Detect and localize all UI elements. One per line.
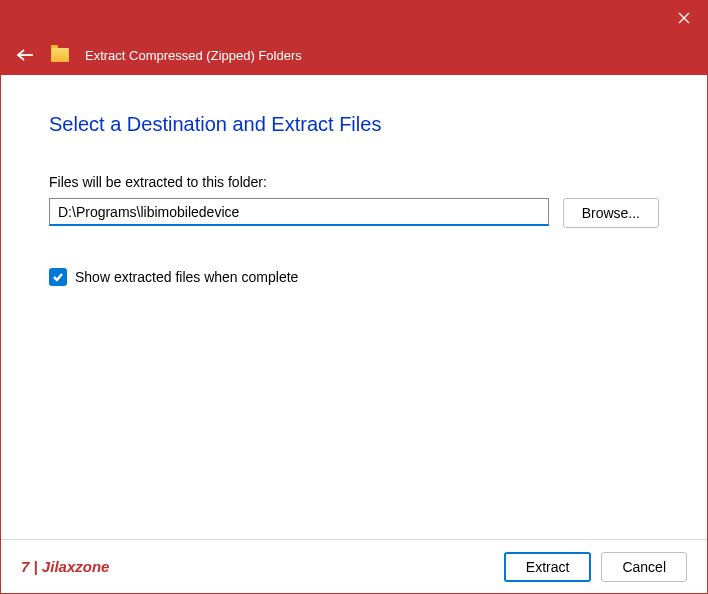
- cancel-button[interactable]: Cancel: [601, 552, 687, 582]
- content-area: Select a Destination and Extract Files F…: [1, 75, 707, 539]
- page-heading: Select a Destination and Extract Files: [49, 113, 659, 136]
- back-button[interactable]: [15, 45, 35, 65]
- show-extracted-label: Show extracted files when complete: [75, 269, 298, 285]
- show-extracted-row: Show extracted files when complete: [49, 268, 659, 286]
- close-icon: [678, 12, 690, 24]
- wizard-title: Extract Compressed (Zipped) Folders: [85, 48, 302, 63]
- extract-wizard-window: Extract Compressed (Zipped) Folders Sele…: [0, 0, 708, 594]
- browse-button[interactable]: Browse...: [563, 198, 659, 228]
- extract-button[interactable]: Extract: [504, 552, 592, 582]
- destination-path-input[interactable]: [49, 198, 549, 226]
- show-extracted-checkbox[interactable]: [49, 268, 67, 286]
- checkmark-icon: [52, 272, 64, 282]
- titlebar: [1, 1, 707, 35]
- close-button[interactable]: [661, 1, 707, 35]
- path-label: Files will be extracted to this folder:: [49, 174, 659, 190]
- footer: 7 | Jilaxzone Extract Cancel: [1, 539, 707, 593]
- path-row: Browse...: [49, 198, 659, 228]
- watermark-text: 7 | Jilaxzone: [21, 558, 109, 575]
- wizard-header: Extract Compressed (Zipped) Folders: [1, 35, 707, 75]
- arrow-left-icon: [16, 48, 34, 62]
- compressed-folder-icon: [51, 48, 69, 62]
